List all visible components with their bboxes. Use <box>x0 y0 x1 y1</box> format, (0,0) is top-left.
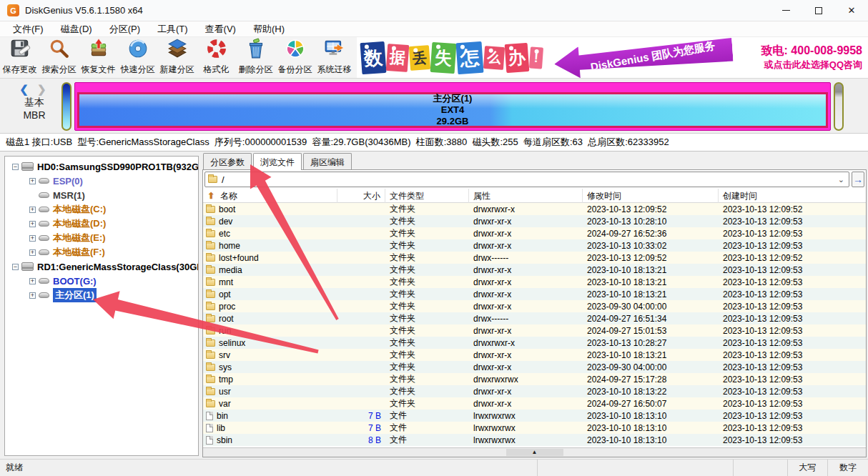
tree-expand-toggle[interactable]: − <box>12 264 19 270</box>
close-button[interactable]: ✕ <box>835 0 868 21</box>
up-arrow-icon[interactable]: ⬆ <box>207 191 214 201</box>
file-row[interactable]: srv文件夹drwxr-xr-x2023-10-10 18:13:212023-… <box>203 349 866 361</box>
file-row[interactable]: mnt文件夹drwxr-xr-x2023-10-10 18:13:212023-… <box>203 276 866 288</box>
file-icon <box>206 436 213 445</box>
file-row[interactable]: run文件夹drwxr-xr-x2024-09-27 15:01:532023-… <box>203 324 866 337</box>
tree-item[interactable]: +ESP(0) <box>5 174 198 188</box>
status-panel <box>734 460 788 476</box>
folder-icon <box>206 254 215 262</box>
system-migrate-button[interactable]: 系统迁移 <box>315 37 354 78</box>
scroll-more-strip[interactable]: ▲ <box>203 447 866 457</box>
backup-partition-button[interactable]: 备份分区 <box>275 37 315 78</box>
header-attr[interactable]: 属性 <box>469 189 583 203</box>
path-go-button[interactable]: → <box>852 172 864 187</box>
chevron-down-icon[interactable]: ⌄ <box>837 175 846 184</box>
tree-item[interactable]: MSR(1) <box>5 188 198 202</box>
tree-expand-toggle[interactable]: + <box>29 207 36 213</box>
next-disk-capsule[interactable] <box>834 82 844 131</box>
search-partition-button[interactable]: 搜索分区 <box>39 37 79 78</box>
header-type[interactable]: 文件类型 <box>385 189 469 203</box>
tree-item-label: 主分区(1) <box>53 288 97 302</box>
file-row[interactable]: selinux文件夹drwxrwxr-x2023-10-13 10:28:272… <box>203 337 866 349</box>
tree-item-label: BOOT(G:) <box>53 276 97 287</box>
prev-disk-capsule[interactable] <box>61 82 71 131</box>
tree-expand-toggle[interactable]: + <box>29 178 36 184</box>
ad-slogan-tile: 据 <box>386 43 410 71</box>
table-header: ⬆名称 大小 文件类型 属性 修改时间 创建时间 <box>203 189 866 203</box>
menu-tools[interactable]: 工具(T) <box>149 21 197 37</box>
file-row[interactable]: sys文件夹drwxr-xr-x2023-09-30 04:00:002023-… <box>203 361 866 373</box>
header-created[interactable]: 创建时间 <box>719 189 866 203</box>
file-row[interactable]: dev文件夹drwxr-xr-x2023-10-13 10:28:102023-… <box>203 215 866 227</box>
tree-expand-toggle[interactable]: + <box>29 235 36 242</box>
quick-partition-button[interactable]: 快速分区 <box>118 37 157 78</box>
status-panel <box>538 460 734 476</box>
file-row[interactable]: bin7 B文件lrwxrwxrwx2023-10-10 18:13:10202… <box>203 410 866 422</box>
file-row[interactable]: media文件夹drwxr-xr-x2023-10-10 18:13:21202… <box>203 264 866 276</box>
header-name[interactable]: ⬆名称 <box>203 189 337 203</box>
file-row[interactable]: sbin8 B文件lrwxrwxrwx2023-10-10 18:13:1020… <box>203 434 866 446</box>
menu-help[interactable]: 帮助(H) <box>245 21 293 37</box>
tree-expand-toggle[interactable]: + <box>29 221 36 227</box>
file-row[interactable]: lib7 B文件lrwxrwxrwx2023-10-10 18:13:10202… <box>203 422 866 434</box>
partition-block-selected[interactable]: 主分区(1) EXT4 29.2GB <box>77 92 828 128</box>
tab-partition-params[interactable]: 分区参数 <box>203 153 252 169</box>
recover-files-button[interactable]: 恢复文件 <box>79 37 118 78</box>
file-row[interactable]: root文件夹drwx------2024-09-27 16:51:342023… <box>203 312 866 324</box>
delete-partition-button[interactable]: 删除分区 <box>236 37 275 78</box>
header-modified[interactable]: 修改时间 <box>583 189 719 203</box>
file-row[interactable]: usr文件夹drwxr-xr-x2023-10-10 18:13:222023-… <box>203 385 866 397</box>
tree-expand-toggle[interactable]: − <box>12 164 19 170</box>
tree-expand-toggle[interactable]: + <box>29 292 36 299</box>
tree-item[interactable]: −HD0:SamsungSSD990PRO1TB(932GB <box>5 159 198 174</box>
file-row[interactable]: opt文件夹drwxr-xr-x2023-10-10 18:13:212023-… <box>203 288 866 300</box>
file-row[interactable]: home文件夹drwxr-xr-x2023-10-13 10:33:022023… <box>203 239 866 252</box>
format-button[interactable]: 格式化 <box>197 37 236 78</box>
file-row[interactable]: etc文件夹drwxr-xr-x2024-09-27 16:52:362023-… <box>203 227 866 239</box>
file-row[interactable]: proc文件夹drwxr-xr-x2023-09-30 04:00:002023… <box>203 300 866 312</box>
menu-file[interactable]: 文件(F) <box>4 21 52 37</box>
folder-icon <box>206 364 215 371</box>
tree-item[interactable]: +本地磁盘(F:) <box>5 245 198 259</box>
save-changes-button[interactable]: 保存更改 <box>0 37 39 78</box>
tree-item[interactable]: +本地磁盘(E:) <box>5 231 198 245</box>
file-row[interactable]: var文件夹drwxr-xr-x2024-09-27 16:50:072023-… <box>203 397 866 410</box>
diskgenius-window: G DiskGenius V5.6.1.1580 x64 ✕ 文件(F)磁盘(D… <box>0 0 868 476</box>
tree-expand-toggle[interactable]: + <box>29 278 36 284</box>
maximize-button[interactable] <box>802 0 835 21</box>
quick-partition-icon <box>127 38 149 64</box>
minimize-button[interactable] <box>769 0 802 21</box>
disk-scheme-label: MBR <box>13 109 56 122</box>
tree-item[interactable]: +BOOT(G:) <box>5 274 198 288</box>
disk-bar[interactable]: 主分区(1) EXT4 29.2GB <box>74 82 831 131</box>
disk-info-bar: 磁盘1 接口:USB 型号:GenericMassStorageClass 序列… <box>0 133 868 152</box>
ad-banner[interactable]: 数据丢失怎么办! DiskGenius 团队为您服务 致电: 400-008-9… <box>357 37 868 78</box>
folder-icon <box>206 303 215 310</box>
tab-browse-files[interactable]: 浏览文件 <box>253 153 302 170</box>
tree-item[interactable]: +本地磁盘(C:) <box>5 202 198 217</box>
header-size[interactable]: 大小 <box>337 189 385 203</box>
file-list: boot文件夹drwxrwxr-x2023-10-13 12:09:522023… <box>203 203 866 447</box>
tab-strip: 分区参数浏览文件扇区编辑 <box>202 153 867 169</box>
ad-slogan-tile: 失 <box>430 41 457 73</box>
next-disk-arrow-icon[interactable]: ❯ <box>37 83 49 95</box>
menu-disk[interactable]: 磁盘(D) <box>52 21 101 37</box>
path-input[interactable]: / ⌄ <box>204 172 849 187</box>
file-row[interactable]: tmp文件夹drwxrwxrwx2024-09-27 15:17:282023-… <box>203 373 866 385</box>
partition-tree-panel: −HD0:SamsungSSD990PRO1TB(932GB+ESP(0)MSR… <box>4 156 199 456</box>
scroll-up-icon[interactable]: ▲ <box>506 449 563 456</box>
tree-expand-toggle[interactable]: + <box>29 249 36 256</box>
file-row[interactable]: lost+found文件夹drwx------2023-10-13 12:09:… <box>203 252 866 264</box>
file-row[interactable]: boot文件夹drwxrwxr-x2023-10-13 12:09:522023… <box>203 203 866 215</box>
backup-partition-icon <box>285 38 306 64</box>
menu-partition[interactable]: 分区(P) <box>101 21 149 37</box>
new-partition-button[interactable]: 新建分区 <box>157 37 197 78</box>
tree-item[interactable]: +主分区(1) <box>5 288 198 302</box>
tree-item-label: RD1:GenericMassStorageClass(30GB) <box>37 262 199 272</box>
ad-qq-link[interactable]: 或点击此处选择QQ咨询 <box>761 59 862 71</box>
menu-view[interactable]: 查看(V) <box>197 21 245 37</box>
prev-disk-arrow-icon[interactable]: ❮ <box>19 83 31 95</box>
tree-item[interactable]: +本地磁盘(D:) <box>5 217 198 231</box>
tab-sector-edit[interactable]: 扇区编辑 <box>303 153 352 169</box>
tree-item[interactable]: −RD1:GenericMassStorageClass(30GB) <box>5 259 198 274</box>
